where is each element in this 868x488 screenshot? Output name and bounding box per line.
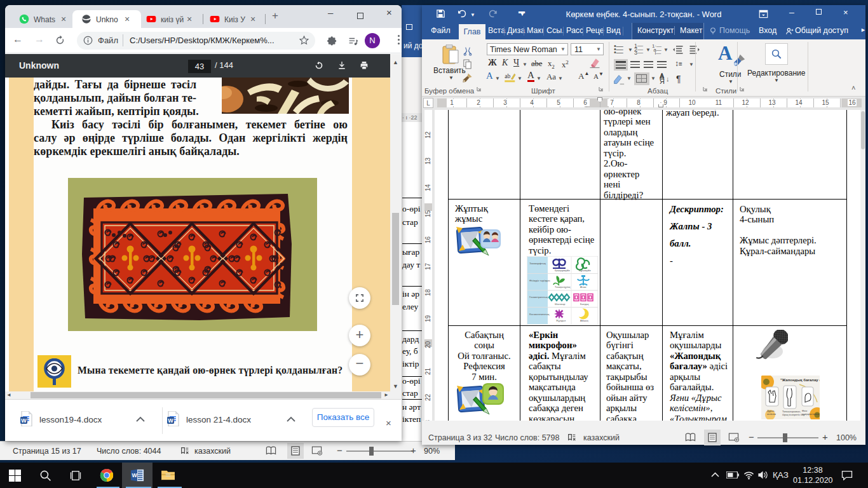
svg-text:Балдақ: Балдақ [580,302,589,306]
svg-text:Бұғымүйіз: Бұғымүйіз [579,269,591,272]
svg-text:Шынжыр: Шынжыр [555,302,566,306]
svg-text:Ағаш: Ағаш [580,285,587,288]
svg-text:Жұлдыз: Жұлдыз [556,319,566,322]
svg-text:Космогениялық: Космогениялық [529,313,550,316]
svg-text:Қошқармүйіз: Қошқармүйіз [555,269,570,272]
svg-text:Өсімдік тәріздес: Өсімдік тәріздес [529,279,551,282]
svg-text:"Жапондық бағалау әдісі: "Жапондық бағалау әдісі [780,378,820,382]
svg-text:W: W [132,472,137,478]
svg-text:келісем: келісем [767,412,776,416]
svg-text:Зооморфтық: Зооморфтық [529,262,546,265]
svg-text:көзқарастамын: көзқарастамын [802,412,820,416]
svg-text:Айшық: Айшық [580,319,588,322]
svg-text:W: W [21,417,27,424]
svg-text:ab: ab [505,73,510,79]
svg-text:Геометриялық: Геометриялық [529,295,548,299]
svg-text:Тышқанқұлақ: Тышқанқұлақ [555,285,571,288]
svg-text:W: W [168,417,173,424]
